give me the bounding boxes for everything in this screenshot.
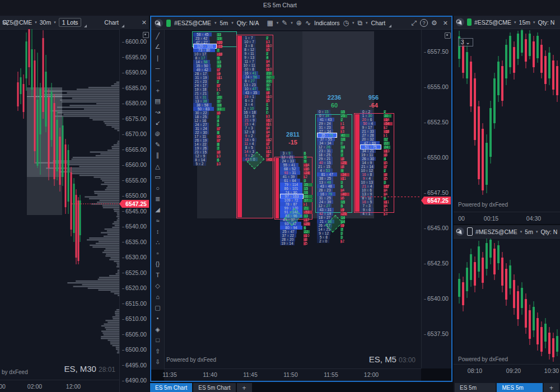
bars-count-dropdown[interactable]: 3 ⌄ [458,38,473,46]
draw-tool-17[interactable]: ≈ [151,217,164,225]
new-tab-button[interactable]: + [544,383,559,392]
chart-tab[interactable]: ES 5m Chart [150,383,192,392]
panel-capture-icon[interactable] [445,32,451,39]
draw-tool-3[interactable]: ─ [151,64,164,72]
close-icon[interactable]: ✕ [142,19,147,26]
bidask-cell: 9 x 4 [360,176,373,180]
bidask-cell: 40 x 15 [317,161,333,165]
delta-value: -3 [267,146,270,150]
bidask-cell: 19 x 1 [242,95,256,99]
bidask-cell: 10 x 6 [360,188,374,192]
chart-tab[interactable]: MES 5m Chart [497,383,543,392]
help-icon[interactable]: ? [420,19,428,27]
price-label: 6537.50 [424,330,449,337]
draw-tool-15[interactable]: ≣ [151,195,164,203]
draw-tool-13[interactable]: ▭ [151,173,164,181]
draw-tool-7[interactable]: ↝ [151,108,164,116]
center-timeframe-select[interactable]: 5m [220,20,228,26]
left-timeframe-select[interactable]: 30m [40,19,51,26]
draw-tool-6[interactable]: ▤ [151,97,164,105]
draw-tool-19[interactable]: ∴ [151,239,164,246]
draw-tool-24[interactable]: ⌂ [151,293,164,301]
chevron-down-icon[interactable]: ▾ [214,21,217,25]
chevron-down-icon[interactable]: ▾ [277,21,279,25]
instrument-color-swatch [467,18,472,26]
chart-tab[interactable]: ES 5m Chart [455,383,496,392]
indicators-button[interactable]: Indicators [314,20,340,26]
left-price-axis[interactable]: 6600.006595.006590.006585.006580.006575.… [119,29,150,392]
rt-timeframe-select[interactable]: 15m [519,19,530,26]
close-icon[interactable]: ✕ [443,20,448,27]
bidask-cell: 12 x 9 [193,154,207,158]
new-tab-button[interactable]: + [237,383,252,392]
draw-tool-22[interactable]: T [151,271,164,279]
lots-selector[interactable]: 1 Lots [59,18,82,27]
search-icon[interactable] [155,20,161,26]
bidask-cell: 38 x 25 [317,176,333,180]
search-icon[interactable] [456,19,462,25]
rt-instrument-label[interactable]: #ESZ5@CME [474,19,511,26]
rb-instrument-label[interactable]: #MESZ5@CME [475,228,517,235]
zoom-in-icon[interactable]: ⊕ [296,19,302,27]
draw-tool-9[interactable]: ＠ [151,130,164,138]
chevron-down-icon[interactable]: ▾ [35,20,37,25]
draw-tool-23[interactable]: ◇ [151,282,164,290]
indicator-wave-icon[interactable]: ∿ [305,19,311,27]
search-icon[interactable] [2,20,8,26]
rt-qty-label[interactable]: Qty: N [538,19,555,26]
center-instrument-label[interactable]: #ESZ5@CME [174,20,211,26]
rb-timeframe-select[interactable]: 5m [525,228,533,235]
rb-qty-label[interactable]: Qty: N [540,228,557,235]
gear-icon[interactable]: ⚙ [431,19,437,27]
footprint-chart: Powered by dxFeed ES, M503:00 58 x 45132… [164,30,421,368]
bidask-cell: 4 x 1 [360,212,373,216]
cluster-delta-label: 60 [331,101,338,109]
draw-tool-20[interactable]: ▫ [151,249,164,257]
draw-tool-4[interactable]: → [151,76,164,83]
chart-tab[interactable]: ES 5m Chart [193,383,235,392]
draw-tool-18[interactable]: ↕ [151,227,164,235]
resize-corner-icon [84,25,87,27]
draw-tool-1[interactable]: ∠ [151,43,164,50]
panel-capture-icon[interactable] [143,32,149,38]
candle-body-bar [237,36,242,217]
draw-tool-2[interactable]: ❘ [151,54,164,62]
drawing-tools-icon[interactable]: ✎ [282,19,287,27]
draw-tool-5[interactable]: ＋ [151,86,164,94]
chevron-down-icon[interactable]: ▾ [291,21,293,25]
delta-value: -5 [267,99,270,102]
draw-tool-28[interactable]: □ [151,336,164,344]
draw-tool-8[interactable]: ↙ [151,119,164,127]
chevron-down-icon[interactable]: ▾ [366,21,368,25]
draw-tool-26[interactable]: • [151,314,164,322]
draw-tool-21[interactable]: {} [151,260,164,268]
draw-tool-10[interactable]: ✎ [151,141,164,148]
draw-tool-16[interactable]: ◢ [151,206,164,213]
chart-type-label[interactable]: Chart [371,20,386,26]
price-label: 6570.00 [122,130,147,137]
chevron-down-icon[interactable]: ▾ [231,21,234,25]
draw-tool-29[interactable]: ⇧ [151,347,164,355]
draw-tool-11[interactable]: ∥ [151,151,164,159]
left-chart-type-label[interactable]: Chart [104,19,119,26]
draw-tool-0[interactable]: ╱ [151,32,164,40]
chevron-down-icon[interactable]: ▾ [352,21,354,25]
draw-tool-25[interactable]: ▢ [151,304,164,311]
candlestick-chart-mes [454,239,560,365]
qty-label[interactable]: Qty: N/A [237,20,259,26]
center-time-axis[interactable]: 11:3511:4011:4511:5011:5512:00 [164,368,421,381]
chevron-down-icon[interactable]: ▾ [54,20,56,25]
clock-icon[interactable]: ◷ [343,19,349,27]
fullscreen-icon[interactable]: ⤢ [411,19,417,27]
draw-tool-12[interactable]: △ [151,162,164,170]
draw-tool-27[interactable]: ◈ [151,325,164,333]
layout-icon[interactable]: ⧉ [358,19,363,27]
draw-tool-14[interactable]: ○ [151,184,164,192]
search-icon[interactable] [456,228,462,235]
dom-trader-icon[interactable]: ▦ [267,19,273,27]
chevron-down-icon[interactable]: ▾ [520,230,522,234]
chevron-down-icon[interactable]: ▾ [533,20,535,25]
chevron-down-icon[interactable]: ▾ [514,20,516,25]
draw-tool-30[interactable]: ⇩ [151,358,164,366]
chevron-down-icon[interactable]: ▾ [536,230,538,234]
